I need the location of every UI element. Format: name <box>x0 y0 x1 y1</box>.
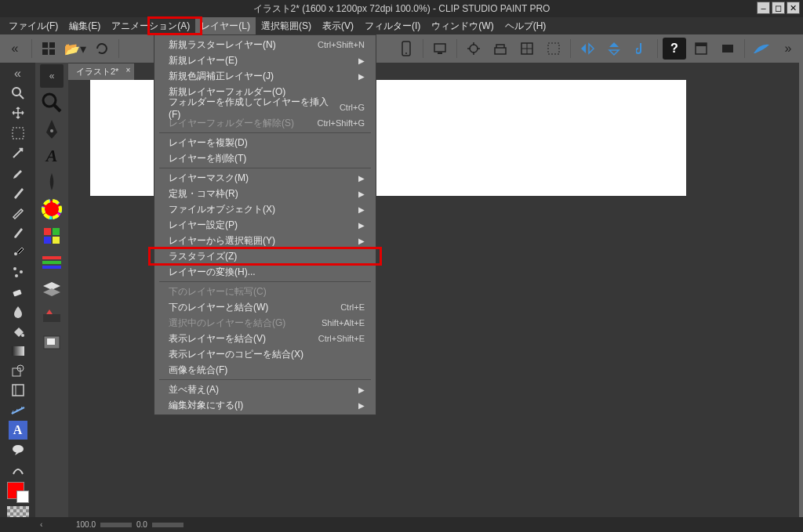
svg-rect-1 <box>49 42 55 48</box>
menu-item[interactable]: レイヤーマスク(M)▶ <box>154 170 376 186</box>
big-magnifier-icon[interactable] <box>40 91 64 114</box>
menu-item[interactable]: ファイルオブジェクト(X)▶ <box>154 201 376 217</box>
airbrush-icon[interactable] <box>9 243 27 261</box>
menu-item[interactable]: レイヤーの変換(H)... <box>154 264 376 280</box>
svg-point-21 <box>13 88 20 96</box>
font-a-icon[interactable]: A <box>40 144 64 168</box>
menu-item[interactable]: レイヤーから選択範囲(Y)▶ <box>154 233 376 248</box>
eyedropper-icon[interactable] <box>9 163 27 181</box>
navigator-icon[interactable] <box>40 331 64 354</box>
svg-point-26 <box>13 267 16 270</box>
color-set-icon[interactable] <box>40 224 64 248</box>
chevron-right-icon[interactable]: » <box>776 38 800 60</box>
layers-icon[interactable] <box>40 277 64 301</box>
blend-icon[interactable] <box>9 302 27 320</box>
menu-edit[interactable]: 編集(E) <box>64 17 106 35</box>
layer-effect-icon[interactable] <box>40 304 64 328</box>
selection-icon[interactable] <box>542 38 565 60</box>
menu-file[interactable]: ファイル(F) <box>3 17 64 35</box>
menu-item[interactable]: 編集対象にする(I)▶ <box>154 397 376 413</box>
pen-icon[interactable] <box>9 183 27 201</box>
right-panel-collapsed[interactable] <box>799 63 803 517</box>
wand-icon[interactable] <box>9 143 27 161</box>
layer-menu-dropdown: 新規ラスターレイヤー(N)Ctrl+Shift+N新規レイヤー(E)▶新規色調補… <box>154 34 376 415</box>
transparent-swatch[interactable] <box>7 506 29 517</box>
chevron-left-icon[interactable]: « <box>3 38 27 60</box>
menu-item[interactable]: 新規色調補正レイヤー(J)▶ <box>154 68 376 84</box>
grid2-icon[interactable] <box>515 38 539 60</box>
refresh-icon[interactable] <box>90 38 114 60</box>
quill-icon[interactable] <box>750 38 773 60</box>
menu-item[interactable]: 並べ替え(A)▶ <box>154 382 376 397</box>
color-slider-icon[interactable] <box>40 251 64 274</box>
menu-select[interactable]: 選択範囲(S) <box>256 17 317 35</box>
phone-icon[interactable] <box>394 38 418 60</box>
brush-icon[interactable] <box>9 223 27 241</box>
minimize-button[interactable]: – <box>757 2 770 14</box>
menu-item[interactable]: ラスタライズ(Z) <box>154 248 376 264</box>
svg-rect-53 <box>47 338 55 345</box>
separator <box>118 39 119 58</box>
pencil-icon[interactable] <box>9 203 27 221</box>
fill-icon[interactable] <box>9 322 27 340</box>
menu-item[interactable]: 新規レイヤー(E)▶ <box>154 52 376 68</box>
pen-nib-icon[interactable] <box>40 118 64 141</box>
flip-v-icon[interactable] <box>602 38 626 60</box>
ruler-icon[interactable] <box>9 401 27 419</box>
close-button[interactable]: ✕ <box>787 2 800 14</box>
menu-item[interactable]: フォルダーを作成してレイヤーを挿入(F)Ctrl+G <box>154 100 376 115</box>
menu-animation[interactable]: アニメーション(A) <box>106 17 195 35</box>
panel-icon[interactable] <box>716 38 739 60</box>
menu-filter[interactable]: フィルター(I) <box>359 17 426 35</box>
menu-item-shortcut: Shift+Alt+E <box>322 318 365 328</box>
folder-dropdown-icon[interactable]: 📂▾ <box>64 38 87 60</box>
menu-item[interactable]: 定規・コマ枠(R)▶ <box>154 186 376 201</box>
selection-tool-icon[interactable] <box>9 124 27 142</box>
chevron-left-icon[interactable]: « <box>9 64 27 82</box>
menu-item-label: 新規ラスターレイヤー(N) <box>169 38 276 52</box>
pen2-icon[interactable] <box>40 171 64 194</box>
color-wheel-icon[interactable] <box>40 197 64 221</box>
balloon-icon[interactable] <box>9 441 27 459</box>
menu-item[interactable]: 下のレイヤーと結合(W)Ctrl+E <box>154 299 376 315</box>
zoom-slider[interactable] <box>100 523 132 527</box>
help-icon[interactable]: ? <box>663 38 686 60</box>
menu-layer[interactable]: レイヤー(L) <box>195 17 256 35</box>
device-icon[interactable] <box>428 38 452 60</box>
shape-icon[interactable] <box>9 361 27 379</box>
menu-item[interactable]: レイヤー設定(P)▶ <box>154 217 376 233</box>
clip-icon[interactable] <box>629 38 652 60</box>
menu-window[interactable]: ウィンドウ(W) <box>426 17 499 35</box>
menu-item[interactable]: 新規ラスターレイヤー(N)Ctrl+Shift+N <box>154 37 376 52</box>
separator <box>423 39 423 58</box>
menu-item[interactable]: 画像を統合(F) <box>154 362 376 378</box>
menu-item-label: 新規レイヤー(E) <box>169 54 238 67</box>
grid-icon[interactable] <box>37 38 60 60</box>
chevron-left-icon[interactable]: « <box>40 64 64 88</box>
correct-line-icon[interactable] <box>9 461 27 479</box>
color-swatches[interactable] <box>7 482 29 503</box>
frame-icon[interactable] <box>9 382 27 400</box>
angle-slider[interactable] <box>152 523 183 527</box>
maximize-button[interactable]: ◻ <box>772 2 785 14</box>
chevron-left-icon[interactable]: ‹ <box>40 520 42 529</box>
menu-item[interactable]: レイヤーを複製(D) <box>154 135 376 150</box>
menu-item[interactable]: レイヤーを削除(T) <box>154 150 376 166</box>
magnifier-icon[interactable] <box>9 84 27 102</box>
flip-h-icon[interactable] <box>576 38 599 60</box>
text-tool-icon[interactable]: A <box>9 421 27 439</box>
document-tab[interactable]: イラスト2* × <box>68 63 134 80</box>
menu-item[interactable]: 表示レイヤーのコピーを結合(X) <box>154 346 376 362</box>
move-icon[interactable] <box>9 104 27 122</box>
menu-item[interactable]: 表示レイヤーを結合(V)Ctrl+Shift+E <box>154 331 376 346</box>
target-icon[interactable] <box>462 38 485 60</box>
eraser-icon[interactable] <box>9 282 27 300</box>
window2-icon[interactable] <box>689 38 713 60</box>
close-icon[interactable]: × <box>126 66 131 74</box>
svg-rect-6 <box>434 44 445 52</box>
scale-icon[interactable] <box>489 38 512 60</box>
menu-help[interactable]: ヘルプ(H) <box>500 17 552 35</box>
decoration-icon[interactable] <box>9 262 27 280</box>
gradient-icon[interactable] <box>9 342 27 360</box>
menu-view[interactable]: 表示(V) <box>317 17 359 35</box>
